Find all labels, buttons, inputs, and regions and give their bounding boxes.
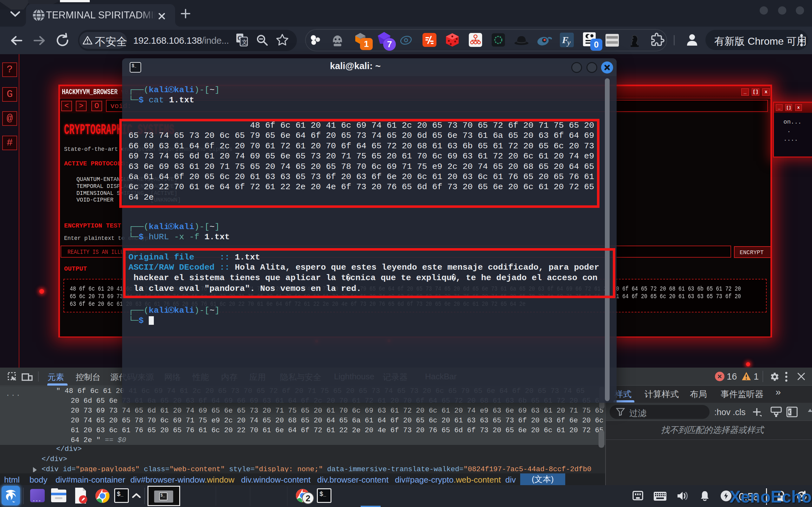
svg-text:文: 文 xyxy=(242,39,247,45)
svg-text:y: y xyxy=(566,38,571,47)
